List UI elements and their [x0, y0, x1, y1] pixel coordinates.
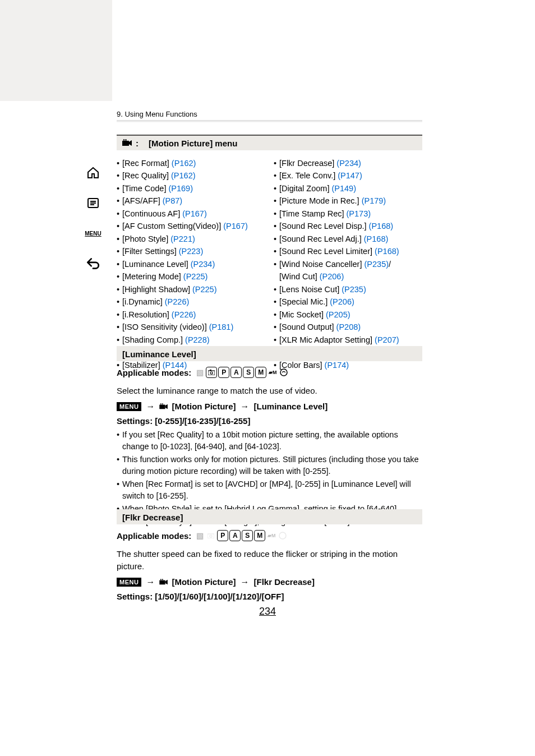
item-label: [Highlight Shadow]: [122, 285, 192, 294]
note-item: •When [Rec Format] is set to [AVCHD] or …: [117, 478, 422, 502]
page-ref-link[interactable]: (P223): [179, 247, 204, 256]
page-ref-link[interactable]: (P162): [171, 171, 196, 180]
page-ref-link[interactable]: (P181): [209, 322, 234, 331]
page-ref-link[interactable]: (P173): [347, 209, 371, 218]
list-item: •[XLR Mic Adaptor Setting] (P207): [274, 334, 431, 346]
page-ref-link[interactable]: (P162): [172, 159, 196, 168]
bullet-icon: •: [117, 334, 122, 346]
page-ref-link[interactable]: (P234): [191, 260, 215, 269]
bullet-icon: •: [274, 220, 279, 232]
item-label: [Mic Socket]: [279, 310, 326, 319]
bullet-icon: •: [117, 220, 122, 232]
page-ref-link[interactable]: (P206): [330, 297, 354, 306]
mode-m: M: [254, 530, 265, 541]
item-label: [Continuous AF]: [122, 209, 182, 218]
bullet-icon: •: [117, 283, 122, 296]
item-text: [Wind Noise Canceller] (P235)/: [279, 258, 391, 270]
item-text: [Flkr Decrease] (P234): [279, 157, 361, 169]
mode-camera-icon: [206, 367, 217, 378]
mode-ia-icon: ▧: [195, 531, 205, 541]
list-item: •[Flkr Decrease] (P234): [274, 157, 431, 169]
svg-rect-10: [210, 370, 211, 371]
section-flkr-decrease: [Flkr Decrease] Applicable modes: ▧ P A …: [117, 509, 422, 601]
page-ref-link[interactable]: (P207): [375, 335, 399, 344]
arrow-icon: →: [146, 402, 155, 412]
svg-point-22: [162, 579, 163, 580]
mode-ia-icon: ▧: [195, 367, 205, 377]
page-ref-link[interactable]: (P235): [342, 285, 366, 294]
page-ref-link[interactable]: (P206): [320, 272, 344, 281]
page-ref-link[interactable]: (P205): [326, 310, 350, 319]
item-text: [Mic Socket] (P205): [279, 308, 350, 321]
page-ref-link[interactable]: (P149): [331, 184, 356, 193]
list-item: •[Highlight Shadow] (P225): [117, 283, 274, 296]
note-text: If you set [Rec Quality] to a 10bit moti…: [122, 429, 422, 453]
item-text: [Time Code] (P169): [122, 182, 193, 195]
page-ref-link[interactable]: (P228): [185, 335, 210, 344]
page-ref-link[interactable]: (P179): [362, 196, 386, 205]
page-number[interactable]: 234: [0, 606, 535, 617]
page-ref-link[interactable]: (P167): [182, 209, 207, 218]
menu-title-label: [Motion Picture] menu: [149, 139, 237, 148]
list-item: •[ISO Sensitivity (video)] (P181): [117, 321, 274, 333]
path-segment: [Motion Picture]: [172, 402, 236, 411]
list-item: •[Picture Mode in Rec.] (P179): [274, 195, 431, 207]
video-icon: [159, 403, 168, 410]
page-ref-link[interactable]: (P168): [369, 222, 394, 231]
mode-p: P: [217, 530, 228, 541]
item-text: [Picture Mode in Rec.] (P179): [279, 195, 386, 207]
home-icon[interactable]: [83, 163, 103, 183]
page-ref-link[interactable]: (P226): [165, 297, 190, 306]
text-icon[interactable]: [83, 193, 103, 213]
mode-a: A: [229, 530, 241, 541]
svg-point-21: [160, 579, 162, 580]
video-icon: [122, 139, 132, 147]
item-text: [Rec Format] (P162): [122, 157, 196, 169]
bullet-icon: •: [274, 208, 279, 220]
page-ref-link[interactable]: (P234): [336, 159, 361, 168]
menu-icon[interactable]: MENU: [83, 223, 103, 243]
svg-marker-20: [165, 579, 168, 584]
item-label: [Sound Rec Level Disp.]: [279, 222, 369, 231]
item-label: [Luminance Level]: [122, 260, 191, 269]
list-item: •[Metering Mode] (P225): [117, 270, 274, 283]
item-text: [Time Stamp Rec] (P173): [279, 208, 371, 220]
path-segment: [Motion Picture]: [172, 577, 236, 587]
list-item: •[Lens Noise Cut] (P235): [274, 283, 431, 296]
page-ref-link[interactable]: (P221): [170, 234, 195, 243]
list-item: •[Sound Rec Level Limiter] (P168): [274, 245, 431, 257]
modes-label: Applicable modes:: [117, 531, 191, 541]
item-label: [Sound Rec Level Adj.]: [279, 234, 364, 243]
item-label: [Shading Comp.]: [122, 335, 185, 344]
item-label: [AF Custom Setting(Video)]: [122, 222, 223, 231]
bullet-icon: •: [117, 182, 122, 195]
page-ref-link[interactable]: (P169): [168, 184, 193, 193]
bullet-icon: •: [117, 258, 122, 270]
page-ref-link[interactable]: (P168): [364, 234, 389, 243]
page-ref-link[interactable]: (P147): [338, 171, 362, 180]
item-text: [Sound Rec Level Disp.] (P168): [279, 220, 393, 232]
item-text: [i.Dynamic] (P226): [122, 296, 189, 308]
page-ref-link[interactable]: (P87): [163, 196, 182, 205]
back-icon[interactable]: [83, 253, 103, 274]
bullet-icon: •: [117, 270, 122, 283]
item-text: [Wind Cut] (P206): [279, 270, 344, 283]
page-ref-link[interactable]: (P226): [172, 310, 196, 319]
item-label: [Lens Noise Cut]: [279, 285, 342, 294]
list-item: •[Special Mic.] (P206): [274, 296, 431, 308]
item-label: [Wind Cut]: [279, 272, 320, 281]
bullet-icon: •: [274, 321, 279, 333]
page-ref-link[interactable]: (P225): [192, 285, 217, 294]
page-ref-link[interactable]: (P225): [183, 272, 208, 281]
item-label: [Flkr Decrease]: [279, 159, 336, 168]
mode-a: A: [230, 367, 242, 378]
page-ref-link[interactable]: (P168): [375, 247, 399, 256]
page-ref-link[interactable]: (P235): [365, 260, 389, 269]
bullet-icon: •: [274, 334, 279, 346]
page-ref-link[interactable]: (P208): [336, 322, 361, 331]
list-item: •[Time Code] (P169): [117, 182, 274, 195]
mode-creative-icon: [279, 367, 289, 377]
mode-s: S: [242, 530, 253, 541]
item-label: [Picture Mode in Rec.]: [279, 196, 362, 205]
page-ref-link[interactable]: (P167): [223, 222, 248, 231]
